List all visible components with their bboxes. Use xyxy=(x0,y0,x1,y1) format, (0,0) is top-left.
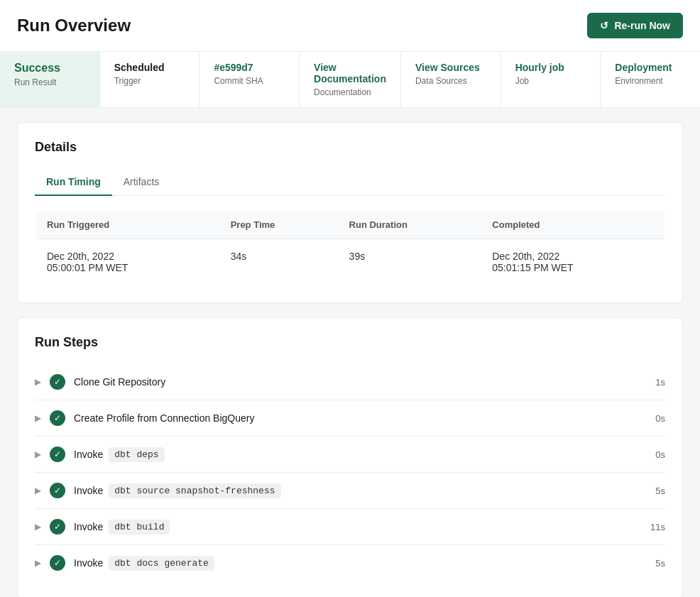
step-label: Invoke dbt deps xyxy=(74,447,165,462)
trigger-label: Trigger xyxy=(114,76,185,86)
success-check-icon: ✓ xyxy=(50,519,65,535)
step-label: Invoke dbt source snapshot-freshness xyxy=(74,483,281,498)
details-card: Details Run Timing Artifacts Run Trigger… xyxy=(17,122,683,303)
step-duration: 11s xyxy=(650,522,665,532)
run-duration-cell: 39s xyxy=(338,239,481,285)
commit-sha-label: Commit SHA xyxy=(214,76,285,86)
run-timing-table: Run Triggered Prep Time Run Duration Com… xyxy=(35,210,665,285)
table-row: Dec 20th, 2022 05:00:01 PM WET 34s 39s D… xyxy=(35,239,665,285)
info-cell-documentation[interactable]: View Documentation Documentation xyxy=(300,52,401,107)
step-invoke-build: ▶ ✓ Invoke dbt build 11s xyxy=(35,509,665,545)
environment-value[interactable]: Deployment xyxy=(615,62,686,73)
step-duration: 1s xyxy=(655,377,665,388)
completed-date: Dec 20th, 2022 xyxy=(492,251,653,262)
job-value[interactable]: Hourly job xyxy=(515,62,586,73)
tab-artifacts[interactable]: Artifacts xyxy=(112,169,171,196)
run-steps-title: Run Steps xyxy=(35,335,665,350)
job-label: Job xyxy=(515,76,586,86)
commit-sha-value[interactable]: #e599d7 xyxy=(214,62,285,73)
step-code: dbt deps xyxy=(109,447,164,462)
run-triggered-time: 05:00:01 PM WET xyxy=(47,262,208,273)
refresh-icon: ↺ xyxy=(600,20,608,31)
data-sources-label: Data Sources xyxy=(415,76,486,86)
step-duration: 0s xyxy=(655,413,665,424)
info-cell-run-result: Success Run Result xyxy=(0,52,100,107)
step-duration: 5s xyxy=(655,558,665,569)
run-result-label: Run Result xyxy=(14,77,85,87)
run-steps-card: Run Steps ▶ ✓ Clone Git Repository 1s ▶ … xyxy=(17,317,683,597)
completed-cell: Dec 20th, 2022 05:01:15 PM WET xyxy=(481,239,665,285)
documentation-label: Documentation xyxy=(314,87,386,97)
step-invoke-snapshot: ▶ ✓ Invoke dbt source snapshot-freshness… xyxy=(35,473,665,509)
info-cell-trigger: Scheduled Trigger xyxy=(100,52,200,107)
main-content: Details Run Timing Artifacts Run Trigger… xyxy=(0,108,700,597)
prep-time-cell: 34s xyxy=(219,239,338,285)
completed-time: 05:01:15 PM WET xyxy=(492,262,653,273)
success-check-icon: ✓ xyxy=(50,555,65,571)
step-duration: 0s xyxy=(655,449,665,460)
step-code: dbt source snapshot-freshness xyxy=(109,483,280,498)
chevron-right-icon[interactable]: ▶ xyxy=(35,449,41,459)
tabs: Run Timing Artifacts xyxy=(35,169,665,196)
step-label: Invoke dbt build xyxy=(74,520,170,535)
step-code: dbt docs generate xyxy=(109,556,214,571)
step-clone-git: ▶ ✓ Clone Git Repository 1s xyxy=(35,364,665,400)
info-cell-data-sources[interactable]: View Sources Data Sources xyxy=(401,52,501,107)
chevron-right-icon[interactable]: ▶ xyxy=(35,558,41,568)
chevron-right-icon[interactable]: ▶ xyxy=(35,413,41,423)
success-check-icon: ✓ xyxy=(50,447,65,462)
trigger-value: Scheduled xyxy=(114,62,185,73)
details-title: Details xyxy=(35,140,665,155)
step-invoke-docs: ▶ ✓ Invoke dbt docs generate 5s xyxy=(35,545,665,581)
info-cell-job[interactable]: Hourly job Job xyxy=(501,52,601,107)
run-triggered-date: Dec 20th, 2022 xyxy=(47,251,208,262)
step-invoke-deps: ▶ ✓ Invoke dbt deps 0s xyxy=(35,437,665,473)
top-bar: Run Overview ↺ Re-run Now xyxy=(0,0,700,51)
run-result-value: Success xyxy=(14,62,85,75)
col-run-triggered: Run Triggered xyxy=(35,211,219,239)
col-completed: Completed xyxy=(481,211,665,239)
col-run-duration: Run Duration xyxy=(338,211,481,239)
success-check-icon: ✓ xyxy=(50,410,65,426)
info-cell-commit-sha[interactable]: #e599d7 Commit SHA xyxy=(199,52,300,107)
step-label: Invoke dbt docs generate xyxy=(74,556,214,571)
chevron-right-icon[interactable]: ▶ xyxy=(35,377,41,387)
run-triggered-cell: Dec 20th, 2022 05:00:01 PM WET xyxy=(35,239,219,285)
rerun-label: Re-run Now xyxy=(614,20,670,31)
rerun-button[interactable]: ↺ Re-run Now xyxy=(587,13,683,38)
chevron-right-icon[interactable]: ▶ xyxy=(35,486,41,495)
info-cell-environment[interactable]: Deployment Environment xyxy=(601,52,700,107)
success-check-icon: ✓ xyxy=(50,374,65,390)
col-prep-time: Prep Time xyxy=(219,211,338,239)
step-label: Clone Git Repository xyxy=(74,376,165,388)
data-sources-value[interactable]: View Sources xyxy=(415,62,486,73)
step-label: Create Profile from Connection BigQuery xyxy=(74,412,254,424)
step-create-profile: ▶ ✓ Create Profile from Connection BigQu… xyxy=(35,400,665,437)
page-title: Run Overview xyxy=(17,16,131,35)
chevron-right-icon[interactable]: ▶ xyxy=(35,522,41,532)
info-bar: Success Run Result Scheduled Trigger #e5… xyxy=(0,51,700,108)
environment-label: Environment xyxy=(615,76,686,86)
success-check-icon: ✓ xyxy=(50,483,65,498)
documentation-value[interactable]: View Documentation xyxy=(314,62,386,84)
step-code: dbt build xyxy=(109,520,170,535)
step-duration: 5s xyxy=(655,486,665,496)
tab-run-timing[interactable]: Run Timing xyxy=(35,169,112,196)
